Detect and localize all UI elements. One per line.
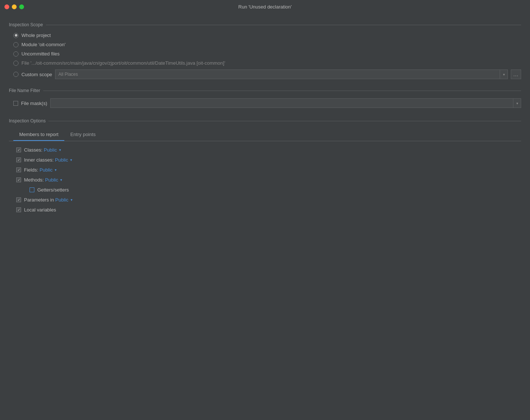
scope-label-uncommitted: Uncommitted files xyxy=(21,51,60,57)
option-methods: Methods: Public ▾ xyxy=(16,177,521,183)
scope-label-module: Module 'oit-common' xyxy=(21,42,65,47)
inspection-options-divider xyxy=(48,121,521,121)
classes-checkbox[interactable] xyxy=(16,148,21,152)
inspection-options-section: Inspection Options Members to report Ent… xyxy=(9,118,521,213)
tabs-underline xyxy=(9,141,521,141)
scope-dots-button[interactable]: ... xyxy=(511,70,521,79)
scope-option-uncommitted[interactable]: Uncommitted files xyxy=(13,51,521,57)
file-filter-divider xyxy=(43,91,521,91)
scope-radio-group: Whole project Module 'oit-common' Uncomm… xyxy=(9,33,521,79)
parameters-arrow-icon: ▾ xyxy=(71,198,72,202)
scope-label-custom: Custom scope xyxy=(21,72,52,77)
window-controls xyxy=(4,4,24,9)
option-parameters: Parameters in Public ▾ xyxy=(16,197,521,203)
classes-arrow-icon: ▾ xyxy=(59,148,61,152)
main-content: Inspection Scope Whole project Module 'o… xyxy=(0,13,530,221)
classes-label: Classes: Public ▾ xyxy=(24,147,61,153)
file-filter-section: File Name Filter File mask(s) ▾ xyxy=(9,88,521,108)
inner-classes-label: Inner classes: Public ▾ xyxy=(24,157,72,163)
radio-uncommitted[interactable] xyxy=(13,51,18,57)
file-mask-input[interactable] xyxy=(50,98,513,108)
getters-setters-label: Getters/setters xyxy=(37,187,69,193)
option-local-variables: Local variables xyxy=(16,207,521,213)
methods-checkbox[interactable] xyxy=(16,177,21,182)
inner-classes-dropdown[interactable]: Public ▾ xyxy=(55,157,72,163)
inner-classes-arrow-icon: ▾ xyxy=(70,158,72,162)
radio-custom[interactable] xyxy=(13,72,18,77)
inspection-options-header: Inspection Options xyxy=(9,118,521,123)
option-getters-setters: Getters/setters xyxy=(16,187,521,193)
methods-dropdown[interactable]: Public ▾ xyxy=(45,177,62,183)
inspection-options-label: Inspection Options xyxy=(9,118,45,123)
option-fields: Fields: Public ▾ xyxy=(16,167,521,173)
close-button[interactable] xyxy=(4,4,9,9)
file-mask-dropdown-icon[interactable]: ▾ xyxy=(513,98,521,108)
tab-entry-points[interactable]: Entry points xyxy=(64,129,102,141)
file-filter-header: File Name Filter xyxy=(9,88,521,93)
file-filter-label: File Name Filter xyxy=(9,88,40,93)
fields-arrow-icon: ▾ xyxy=(55,168,57,172)
radio-whole-project[interactable] xyxy=(13,33,18,38)
fields-label: Fields: Public ▾ xyxy=(24,167,57,173)
custom-scope-dropdown-container: All Places ▾ xyxy=(55,70,508,79)
members-list: Classes: Public ▾ Inner classes: Public … xyxy=(9,147,521,213)
parameters-dropdown[interactable]: Public ▾ xyxy=(55,197,72,203)
radio-module[interactable] xyxy=(13,42,18,47)
scope-dropdown-arrow-icon[interactable]: ▾ xyxy=(500,70,508,79)
file-mask-label: File mask(s) xyxy=(21,101,47,106)
fields-dropdown[interactable]: Public ▾ xyxy=(40,167,57,173)
inner-classes-checkbox[interactable] xyxy=(16,158,21,162)
getters-setters-checkbox[interactable] xyxy=(30,187,34,192)
parameters-label: Parameters in Public ▾ xyxy=(24,197,72,203)
option-inner-classes: Inner classes: Public ▾ xyxy=(16,157,521,163)
methods-label: Methods: Public ▾ xyxy=(24,177,62,183)
inspection-tabs: Members to report Entry points xyxy=(9,129,521,141)
tab-members-to-report[interactable]: Members to report xyxy=(13,129,64,141)
local-variables-label: Local variables xyxy=(24,207,56,213)
local-variables-checkbox[interactable] xyxy=(16,207,21,212)
file-mask-input-container: ▾ xyxy=(50,98,521,108)
custom-scope-select[interactable]: All Places xyxy=(55,70,500,79)
scope-label-whole-project: Whole project xyxy=(21,33,51,38)
fields-checkbox[interactable] xyxy=(16,167,21,172)
section-divider xyxy=(46,25,521,25)
methods-arrow-icon: ▾ xyxy=(60,178,62,182)
file-mask-row: File mask(s) ▾ xyxy=(9,98,521,108)
maximize-button[interactable] xyxy=(19,4,24,9)
scope-label-file: File '.../oit-common/src/main/java/cn/go… xyxy=(21,60,225,66)
inspection-scope-label: Inspection Scope xyxy=(9,22,43,27)
parameters-checkbox[interactable] xyxy=(16,197,21,202)
minimize-button[interactable] xyxy=(12,4,17,9)
radio-file[interactable] xyxy=(13,61,18,66)
scope-option-module[interactable]: Module 'oit-common' xyxy=(13,42,521,47)
inspection-scope-header: Inspection Scope xyxy=(9,22,521,27)
scope-option-custom[interactable]: Custom scope All Places ▾ ... xyxy=(13,70,521,79)
classes-dropdown[interactable]: Public ▾ xyxy=(44,147,61,153)
option-classes: Classes: Public ▾ xyxy=(16,147,521,153)
file-mask-checkbox[interactable] xyxy=(13,101,18,106)
titlebar: Run 'Unused declaration' xyxy=(0,0,530,13)
window-title: Run 'Unused declaration' xyxy=(238,4,292,10)
scope-option-file[interactable]: File '.../oit-common/src/main/java/cn/go… xyxy=(13,60,521,66)
scope-option-whole-project[interactable]: Whole project xyxy=(13,33,521,38)
